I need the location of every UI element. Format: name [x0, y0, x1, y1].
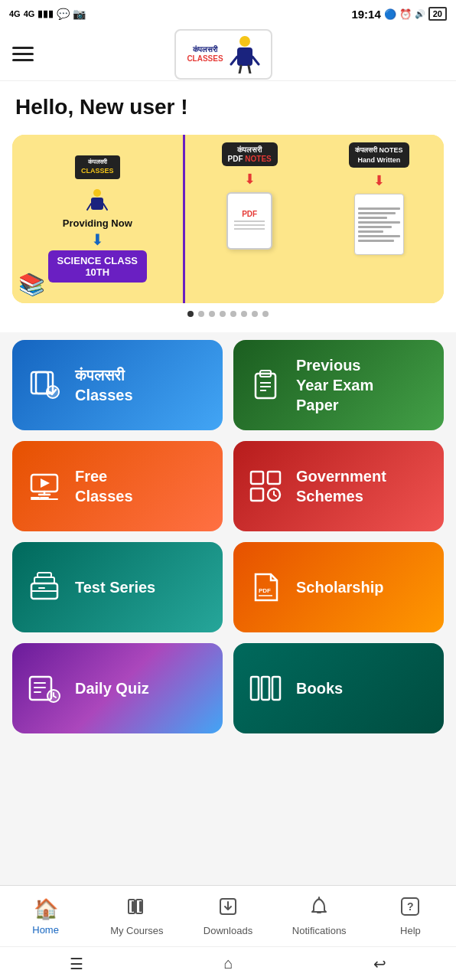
- logo-text-line2: CLASSES: [187, 54, 223, 64]
- menu-item-test-series[interactable]: Test Series: [12, 542, 223, 632]
- banner-logo: कंपलसरी CLASSES: [75, 155, 120, 178]
- time-display: 19:14: [351, 8, 380, 21]
- monitor-play-icon: [24, 466, 64, 506]
- home-nav-icon: 🏠: [34, 897, 58, 921]
- handwritten-paper-icon: [354, 194, 404, 255]
- hamburger-menu[interactable]: [12, 47, 34, 61]
- nav-item-home[interactable]: 🏠 Home: [0, 897, 91, 936]
- banner-books-icon: 📚: [18, 272, 45, 297]
- signal-4g-2: 4G: [24, 9, 35, 18]
- banner-left: कंपलसरी CLASSES Providing Now ⬇ SCIENCE …: [12, 135, 185, 303]
- dot-7[interactable]: [252, 311, 258, 317]
- dot-4[interactable]: [220, 311, 226, 317]
- quiz-clock-icon: [24, 668, 64, 708]
- svg-rect-28: [251, 488, 263, 501]
- svg-rect-47: [272, 677, 280, 700]
- battery-indicator: 20: [428, 7, 447, 21]
- menu-item-kompalsari-classes[interactable]: कंपलसरीClasses: [12, 340, 223, 430]
- pdf-document-icon: PDF: [226, 192, 272, 250]
- menu-item-government-schemes[interactable]: GovernmentSchemes: [233, 441, 444, 531]
- handwritten-badge: कंपलसरी NOTES Hand Written: [349, 142, 409, 168]
- banner-providing-text: Providing Now: [63, 217, 132, 229]
- dot-3[interactable]: [209, 311, 215, 317]
- svg-line-2: [231, 57, 237, 64]
- menu-label-government-schemes: GovernmentSchemes: [296, 466, 386, 506]
- banner-science-text: SCIENCE CLASS 10TH: [48, 250, 147, 283]
- menu-item-scholarship[interactable]: PDF Scholarship: [233, 542, 444, 632]
- banner-card[interactable]: कंपलसरी CLASSES Providing Now ⬇ SCIENCE …: [12, 135, 444, 303]
- android-home-btn[interactable]: ⌂: [223, 955, 233, 972]
- android-back-btn[interactable]: ↩: [373, 955, 386, 973]
- menu-label-free-classes: FreeClasses: [75, 466, 133, 506]
- svg-marker-21: [41, 479, 50, 488]
- android-menu-btn[interactable]: ☰: [70, 955, 83, 973]
- banner-right: कंपलसरी NOTES Hand Written ⬇: [314, 135, 444, 303]
- signal-bars: ▮▮▮: [37, 8, 54, 19]
- alarm-icon: ⏰: [399, 8, 412, 20]
- status-right: 19:14 🔵 ⏰ 🔊 20: [351, 7, 447, 21]
- svg-line-3: [252, 57, 259, 64]
- inbox-stack-icon: [24, 567, 64, 607]
- svg-rect-7: [91, 198, 103, 210]
- pdf-label-part1: PDF: [228, 155, 243, 163]
- svg-rect-46: [262, 677, 269, 700]
- menu-label-kompalsari-classes: कंपलसरीClasses: [75, 365, 133, 405]
- menu-label-books: Books: [296, 678, 343, 698]
- dot-2[interactable]: [198, 311, 204, 317]
- menu-item-daily-quiz[interactable]: Daily Quiz: [12, 643, 223, 733]
- dot-1[interactable]: [187, 311, 194, 317]
- menu-label-previous-year: PreviousYear ExamPaper: [296, 355, 373, 415]
- nav-item-help[interactable]: ? Help: [365, 897, 456, 936]
- menu-grid: कंपलसरीClasses PreviousYear ExamPaper: [0, 332, 456, 749]
- nav-label-notifications: Notifications: [292, 925, 347, 936]
- nav-item-my-courses[interactable]: My Courses: [91, 897, 182, 936]
- logo-box: कंपलसरी CLASSES: [174, 29, 272, 80]
- pdf-file-icon: PDF: [246, 567, 285, 607]
- nav-label-my-courses: My Courses: [110, 925, 163, 936]
- bottom-nav: 🏠 Home My Courses Downloads: [0, 885, 456, 946]
- banner-teacher-icon: [86, 188, 109, 216]
- handwritten-red-arrow: ⬇: [373, 172, 385, 189]
- logo-text-line1: कंपलसरी: [193, 45, 217, 54]
- status-bar: 4G 4G ▮▮▮ 💬 📷 19:14 🔵 ⏰ 🔊 20: [0, 0, 456, 28]
- svg-text:PDF: PDF: [259, 587, 271, 594]
- camera-icon: 📷: [73, 8, 86, 20]
- header: कंपलसरी CLASSES: [0, 28, 456, 81]
- carousel-dots: [12, 311, 444, 317]
- building-columns-icon: [246, 668, 285, 708]
- pdf-red-arrow: ⬇: [244, 171, 256, 188]
- nav-item-downloads[interactable]: Downloads: [182, 897, 273, 936]
- svg-rect-1: [237, 47, 252, 66]
- menu-item-books[interactable]: Books: [233, 643, 444, 733]
- help-nav-icon: ?: [400, 897, 420, 922]
- banner-middle: कंपलसरी PDF NOTES ⬇ PDF: [185, 135, 314, 303]
- nav-item-notifications[interactable]: Notifications: [274, 897, 365, 936]
- dot-5[interactable]: [230, 311, 236, 317]
- logo-container: कंपलसरी CLASSES: [174, 29, 272, 80]
- svg-point-6: [93, 189, 101, 197]
- menu-item-free-classes[interactable]: FreeClasses: [12, 441, 223, 531]
- dot-8[interactable]: [262, 311, 269, 317]
- signal-4g-1: 4G: [9, 9, 21, 18]
- svg-rect-27: [268, 472, 280, 484]
- menu-item-previous-year[interactable]: PreviousYear ExamPaper: [233, 340, 444, 430]
- bluetooth-icon: 🔵: [384, 8, 396, 20]
- svg-line-31: [274, 495, 276, 496]
- my-courses-nav-icon: [127, 897, 147, 922]
- svg-rect-50: [132, 901, 134, 912]
- status-left: 4G 4G ▮▮▮ 💬 📷: [9, 8, 86, 20]
- nav-label-help: Help: [400, 925, 421, 936]
- dot-6[interactable]: [241, 311, 247, 317]
- android-nav-bar: ☰ ⌂ ↩: [0, 946, 456, 980]
- svg-line-5: [249, 66, 250, 74]
- teacher-figure: [230, 35, 260, 74]
- svg-rect-26: [251, 472, 263, 484]
- book-check-icon: [24, 365, 64, 405]
- svg-line-4: [239, 66, 241, 74]
- svg-rect-45: [251, 677, 259, 700]
- svg-rect-51: [139, 901, 142, 912]
- svg-line-8: [87, 204, 91, 210]
- banner-arrow-icon: ⬇: [91, 230, 104, 249]
- clipboard-list-icon: [246, 365, 285, 405]
- banner-section: कंपलसरी CLASSES Providing Now ⬇ SCIENCE …: [0, 127, 456, 332]
